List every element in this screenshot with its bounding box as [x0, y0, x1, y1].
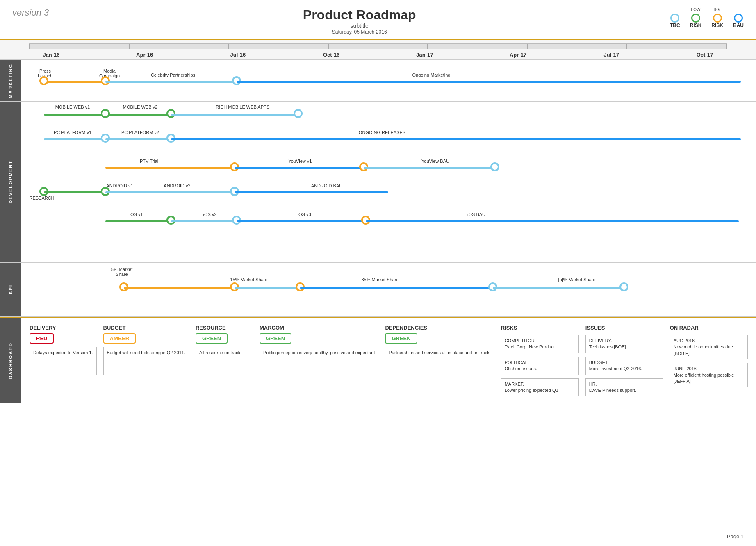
kpi-line-4: [493, 287, 624, 289]
timeline-jan16: Jan-16: [29, 52, 74, 58]
kpi-line-2: [235, 287, 300, 289]
timeline-bar: [29, 43, 727, 49]
timeline-apr17: Apr-17: [496, 52, 541, 58]
dev-label-mweb1: MOBILE WEB v1: [44, 105, 101, 109]
marcom-card: MARCOM GREEN Public perception is very h…: [260, 325, 379, 396]
timeline-apr16: Apr-16: [122, 52, 167, 58]
dev-circle-youviewbau: [490, 162, 499, 171]
dev-label-youviewbau: YouView BAU: [411, 159, 460, 164]
legend-low-text: RISK: [690, 23, 702, 28]
legend-tbc: TBC: [670, 12, 680, 28]
high-risk-circle: [713, 14, 722, 23]
issues-item-1: DELIVERY.Tech issues [BOB]: [585, 335, 663, 353]
risks-item-1: COMPETITOR.Tyrell Corp. New Product.: [501, 335, 579, 353]
dev-label-research: RESEARCH: [25, 196, 58, 200]
marcom-status: GREEN: [260, 333, 291, 344]
on-radar-item-2: JUNE 2016.More efficient hosting possibl…: [670, 363, 748, 387]
legend-high-risk: HIGH RISK: [711, 7, 723, 28]
tbc-circle: [670, 14, 679, 23]
dev-label-richmweb: RICH MOBILE WEB APPS: [202, 105, 284, 109]
dev-line-androidbau: [235, 191, 388, 193]
dev-line-youview1: [235, 167, 364, 169]
dev-label-iptv: IPTV Trial: [128, 159, 169, 164]
timeline-jan17: Jan-17: [402, 52, 447, 58]
legend-low-risk: LOW RISK: [690, 7, 702, 28]
kpi-label-col: KPI: [0, 263, 21, 316]
kpi-content: 5% MarketShare 15% Market Share 35% Mark…: [21, 263, 756, 316]
dev-line-android-lb: [105, 191, 235, 193]
development-section: DEVELOPMENT MOBILE WEB v1 MOBILE WEB v2 …: [0, 102, 756, 263]
dev-line-ongoing: [171, 138, 741, 140]
legend-high-top: HIGH: [712, 7, 722, 12]
budget-status: AMBER: [103, 333, 136, 344]
legend-low-top: LOW: [691, 7, 701, 12]
dev-line-android-green1: [44, 191, 107, 193]
dev-circle-mweb3: [294, 109, 303, 118]
delivery-card: DELIVERY RED Delays expected to Version …: [30, 325, 97, 396]
marketing-line-blue: [237, 81, 741, 83]
resource-card: RESOURCE GREEN All resource on track.: [196, 325, 253, 396]
resource-note: All resource on track.: [196, 347, 253, 375]
development-label-col: DEVELOPMENT: [0, 102, 21, 262]
marketing-circle-1: [39, 76, 48, 85]
marketing-label-media: MediaCampaign: [93, 68, 126, 78]
budget-card: BUDGET AMBER Budget will need bolstering…: [103, 325, 189, 396]
title-block: Product Roadmap subtitle Saturday, 05 Ma…: [303, 7, 416, 35]
kpi-line-3: [300, 287, 493, 289]
dev-line-iptv: [105, 167, 235, 169]
page-number: Page 1: [727, 533, 744, 539]
dev-label-pc2: PC PLATFORM v2: [112, 130, 169, 135]
timeline-jul17: Jul-17: [589, 52, 634, 58]
risks-item-2: POLITICAL.Offshore issues.: [501, 357, 579, 375]
on-radar-col: ON RADAR AUG 2016.New mobile opportuniti…: [670, 325, 748, 396]
issues-item-3: HR.DAVE P needs support.: [585, 378, 663, 397]
dev-line-iosv1: [105, 220, 171, 222]
kpi-circle-npct: [619, 282, 628, 291]
dev-line-youviewbau: [364, 167, 495, 169]
kpi-line-1: [124, 287, 235, 289]
timeline-oct16: Oct-16: [309, 52, 354, 58]
marketing-line-orange-1: [44, 81, 107, 83]
legend-tbc-text: TBC: [670, 23, 680, 28]
budget-note: Budget will need bolstering in Q2 2011.: [103, 347, 189, 375]
delivery-title: DELIVERY: [30, 325, 56, 331]
issues-title: ISSUES: [585, 325, 663, 331]
legend-bau: BAU: [733, 12, 744, 28]
dashboard-label: DASHBOARD: [8, 342, 13, 379]
kpi-label-35pct: 35% Market Share: [349, 277, 411, 282]
low-risk-circle: [691, 14, 700, 23]
dev-label-mweb2: MOBILE WEB v2: [112, 105, 169, 109]
risks-item-3: MARKET.Lower pricing expected Q3: [501, 378, 579, 397]
marketing-label: MARKETING: [8, 64, 13, 98]
on-radar-title: ON RADAR: [670, 325, 748, 331]
dev-line-iosv2: [171, 220, 237, 222]
issues-item-2: BUDGET.More investment Q2 2016.: [585, 357, 663, 375]
marketing-line-lightblue: [105, 81, 237, 83]
resource-title: RESOURCE: [196, 325, 226, 331]
dev-label-youview1: YouView v1: [276, 159, 325, 164]
dev-label-androidv2: ANDROID v2: [157, 183, 198, 188]
kpi-label: KPI: [8, 284, 13, 294]
dev-line-mweb-lb: [171, 114, 298, 116]
kpi-section: KPI 5% MarketShare 15% Market Share 35% …: [0, 263, 756, 317]
on-radar-item-1: AUG 2016.New mobile opportunities due[BO…: [670, 335, 748, 359]
timeline-labels: Jan-16 Apr-16 Jul-16 Oct-16 Jan-17 Apr-1…: [29, 52, 727, 58]
legend: TBC LOW RISK HIGH RISK BAU: [670, 7, 744, 30]
timeline-oct17: Oct-17: [682, 52, 727, 58]
dev-label-iosbau: iOS BAU: [456, 212, 497, 217]
legend-bau-text: BAU: [733, 23, 744, 28]
issues-col: ISSUES DELIVERY.Tech issues [BOB] BUDGET…: [585, 325, 663, 396]
dev-line-pc2: [105, 138, 171, 140]
dependencies-card: DEPENDENCIES GREEN Partnerships and serv…: [385, 325, 494, 396]
dashboard-label-col: DASHBOARD: [0, 318, 21, 403]
timeline-section: Jan-16 Apr-16 Jul-16 Oct-16 Jan-17 Apr-1…: [0, 40, 756, 60]
dev-label-ongoing: ONGOING RELEASES: [341, 130, 423, 135]
main-title: Product Roadmap: [303, 7, 416, 23]
dependencies-title: DEPENDENCIES: [385, 325, 427, 331]
dev-label-androidbau: ANDROID BAU: [300, 183, 353, 188]
marketing-content: PressLaunch MediaCampaign Celebrity Part…: [21, 60, 756, 101]
dashboard-section: DASHBOARD DELIVERY RED Delays expected t…: [0, 317, 756, 403]
marketing-label-col: MARKETING: [0, 60, 21, 101]
development-content: MOBILE WEB v1 MOBILE WEB v2 RICH MOBILE …: [21, 102, 756, 262]
marcom-title: MARCOM: [260, 325, 284, 331]
